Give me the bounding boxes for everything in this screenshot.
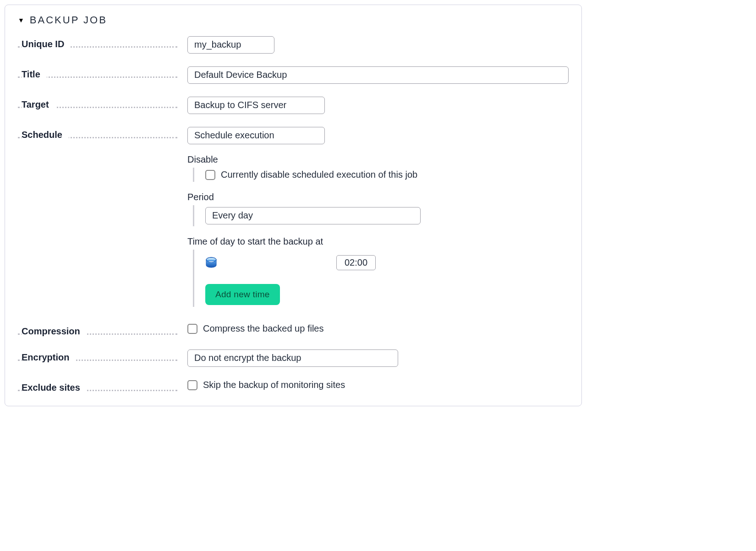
panel-header[interactable]: ▼ BACKUP JOB xyxy=(18,14,569,26)
exclude-sites-checkbox-label: Skip the backup of monitoring sites xyxy=(203,380,345,390)
row-title: Title Default Device Backup xyxy=(18,66,569,84)
time-input[interactable]: 02:00 xyxy=(336,255,376,270)
label-target: Target xyxy=(18,97,187,110)
label-compression: Compression xyxy=(18,323,187,337)
label-encryption: Encryption xyxy=(18,349,187,363)
exclude-sites-checkbox-row[interactable]: Skip the backup of monitoring sites xyxy=(187,380,569,390)
label-exclude-sites: Exclude sites xyxy=(18,380,187,393)
compression-checkbox-row[interactable]: Compress the backed up files xyxy=(187,323,569,334)
schedule-period-title: Period xyxy=(187,192,569,202)
schedule-disable-checkbox-label: Currently disable scheduled execution of… xyxy=(221,169,417,180)
add-new-time-button[interactable]: Add new time xyxy=(205,284,280,305)
row-target: Target Backup to CIFS server xyxy=(18,97,569,114)
panel-title: BACKUP JOB xyxy=(30,14,107,26)
schedule-disable-checkbox-row[interactable]: Currently disable scheduled execution of… xyxy=(205,169,569,180)
schedule-period-select[interactable]: Every day xyxy=(205,207,421,224)
row-unique-id: Unique ID my_backup xyxy=(18,36,569,54)
schedule-disable-checkbox[interactable] xyxy=(205,170,215,180)
exclude-sites-checkbox[interactable] xyxy=(187,380,197,390)
schedule-time-section: Time of day to start the backup at xyxy=(187,236,569,307)
row-exclude-sites: Exclude sites Skip the backup of monitor… xyxy=(18,380,569,393)
disclosure-triangle-icon: ▼ xyxy=(18,16,24,24)
schedule-disable-title: Disable xyxy=(187,154,569,165)
encryption-select[interactable]: Do not encrypt the backup xyxy=(187,349,398,367)
label-unique-id: Unique ID xyxy=(18,36,187,49)
schedule-period-section: Period Every day xyxy=(187,192,569,226)
title-input[interactable]: Default Device Backup xyxy=(187,66,569,84)
unique-id-input[interactable]: my_backup xyxy=(187,36,274,54)
compression-checkbox[interactable] xyxy=(187,324,197,334)
target-select[interactable]: Backup to CIFS server xyxy=(187,97,325,114)
schedule-disable-section: Disable Currently disable scheduled exec… xyxy=(187,154,569,182)
row-schedule: Schedule Schedule execution Disable Curr… xyxy=(18,127,569,307)
row-compression: Compression Compress the backed up files xyxy=(18,323,569,337)
row-encryption: Encryption Do not encrypt the backup xyxy=(18,349,569,367)
delete-time-icon[interactable] xyxy=(205,256,217,269)
label-schedule: Schedule xyxy=(18,127,187,140)
time-entry-row: 02:00 xyxy=(205,251,569,274)
compression-checkbox-label: Compress the backed up files xyxy=(203,323,323,334)
label-title: Title xyxy=(18,66,187,80)
schedule-time-title: Time of day to start the backup at xyxy=(187,236,569,247)
schedule-mode-select[interactable]: Schedule execution xyxy=(187,127,325,144)
backup-job-panel: ▼ BACKUP JOB Unique ID my_backup Title D… xyxy=(5,5,582,406)
